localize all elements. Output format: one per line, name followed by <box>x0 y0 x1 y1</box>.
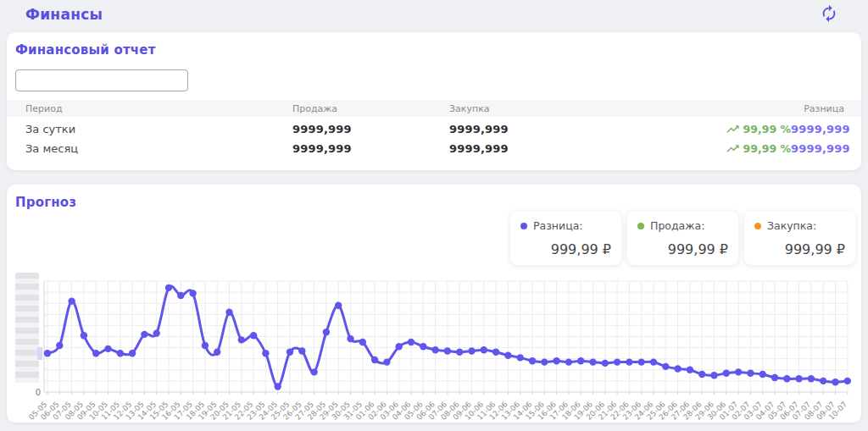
table-row: За месяц 9999,999 9999,999 99,99 % 9999,… <box>7 138 861 159</box>
line-chart: 05-0506-0507-0508-0509-0510-0511-0512-05… <box>12 279 851 423</box>
forecast-title: Прогноз <box>15 195 76 210</box>
refresh-icon <box>820 13 838 25</box>
diff-cell: 9999,999 <box>791 138 861 159</box>
report-filter-input[interactable] <box>15 69 188 91</box>
report-table: Период Продажа Закупка Разница За сутки … <box>7 100 861 159</box>
chart-legend: Разница: 999,99 ₽ Продажа: 999,99 ₽ Заку… <box>510 211 855 265</box>
legend-value: 999,99 ₽ <box>785 241 845 257</box>
finance-page: Финансы Финансовый отчет Период Продажа … <box>0 0 868 431</box>
header-sale: Продажа <box>292 100 449 117</box>
legend-card-diff: Разница: 999,99 ₽ <box>510 211 621 265</box>
purchase-series-dot-icon <box>754 223 761 229</box>
period-cell: За сутки <box>7 117 292 138</box>
header-purchase: Закупка <box>449 100 668 117</box>
diff-cell: 9999,999 <box>791 117 861 138</box>
percent-cell: 99,99 % <box>668 138 791 159</box>
legend-label: Продажа: <box>650 219 704 232</box>
svg-text:0: 0 <box>36 388 41 397</box>
diff-series-dot-icon <box>520 223 527 229</box>
top-bar: Финансы <box>0 0 868 30</box>
table-row: За сутки 9999,999 9999,999 99,99 % 9999,… <box>7 117 861 138</box>
forecast-chart: 05-0506-0507-0508-0509-0510-0511-0512-05… <box>12 273 856 423</box>
percent-cell: 99,99 % <box>668 117 791 138</box>
report-title: Финансовый отчет <box>15 42 156 58</box>
forecast-card: Прогноз Разница: 999,99 ₽ Продажа: 999,9… <box>7 185 861 423</box>
trending-up-icon <box>726 142 743 155</box>
legend-label: Разница: <box>533 219 583 232</box>
refresh-button[interactable] <box>819 4 839 25</box>
legend-label: Закупка: <box>767 219 816 232</box>
sale-cell: 9999,999 <box>292 117 449 138</box>
table-header-row: Период Продажа Закупка Разница <box>7 100 861 117</box>
financial-report-card: Финансовый отчет Период Продажа Закупка … <box>7 32 861 170</box>
header-period: Период <box>7 100 292 117</box>
period-cell: За месяц <box>7 138 292 159</box>
legend-card-purchase: Закупка: 999,99 ₽ <box>744 211 855 265</box>
purchase-cell: 9999,999 <box>449 117 668 138</box>
purchase-cell: 9999,999 <box>449 138 668 159</box>
legend-card-sale: Продажа: 999,99 ₽ <box>627 211 738 265</box>
sale-series-dot-icon <box>637 223 644 229</box>
trending-up-icon <box>726 123 743 135</box>
legend-value: 999,99 ₽ <box>668 241 728 257</box>
legend-value: 999,99 ₽ <box>551 241 611 257</box>
sale-cell: 9999,999 <box>292 138 449 159</box>
header-diff: Разница <box>791 100 861 117</box>
page-title: Финансы <box>25 6 103 23</box>
